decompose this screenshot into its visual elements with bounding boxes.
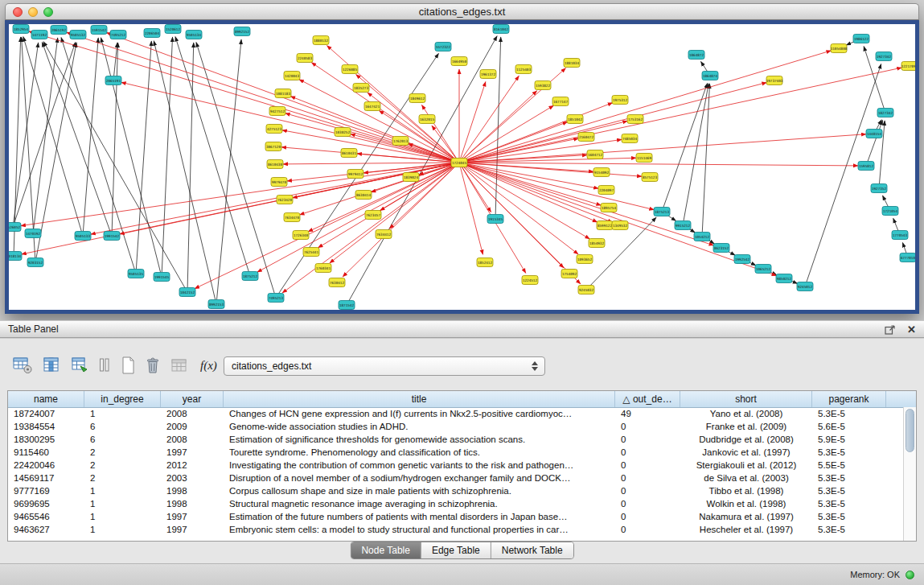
graph-node-label: 9245012 — [798, 285, 813, 289]
close-panel-icon[interactable]: ✕ — [907, 324, 916, 335]
graph-node-label: 9505134 — [187, 33, 202, 37]
graph-node-label: 7495213 — [269, 296, 284, 300]
table-panel-body: f(x) citations_edges.txt namein_degreeye… — [0, 339, 924, 563]
column-header-short[interactable]: short — [680, 391, 812, 407]
column-header-name[interactable]: name — [8, 391, 84, 407]
table-cell: Estimation of the future numbers of pati… — [224, 512, 615, 521]
graph-node-label: 1839024 — [404, 175, 419, 179]
table-cell: 0 — [615, 473, 680, 483]
graph-edge — [14, 37, 20, 251]
table-cell: Yano et al. (2008) — [680, 409, 812, 418]
tab-edge-table[interactable]: Edge Table — [421, 542, 491, 558]
new-column-icon[interactable] — [119, 355, 137, 376]
table-row[interactable]: 1830029562008Estimation of significance … — [8, 433, 904, 446]
table-cell: Dudbridge et al. (2008) — [680, 435, 812, 444]
graph-node-label: 1770543 — [893, 233, 908, 237]
column-header-filler — [886, 391, 916, 407]
table-cell: Structural magnetic resonance image aver… — [224, 499, 615, 509]
network-graph[interactable]: 1724045188013222405831420043108118394275… — [9, 24, 915, 310]
table-vertical-scrollbar[interactable] — [903, 407, 916, 541]
table-cell: 2 — [84, 447, 161, 457]
table-row[interactable]: 1456911722003Disruption of a novel membe… — [8, 472, 904, 484]
graph-node-label: 1760341 — [316, 266, 331, 270]
table-cell: 2012 — [161, 460, 224, 470]
function-builder-icon[interactable]: f(x) — [197, 355, 221, 376]
table-panel: Table Panel ✕ f(x) citations_edges.txt n… — [0, 320, 924, 563]
table-cell: 2009 — [161, 422, 224, 431]
column-header-in_degree[interactable]: in_degree — [84, 391, 161, 407]
row-height-icon[interactable] — [97, 355, 112, 376]
table-header-row: namein_degreeyeartitle△ out_de…shortpage… — [8, 391, 916, 408]
graph-node-label: 1871542 — [339, 303, 355, 307]
table-cell: 1997 — [161, 512, 224, 521]
table-source-dropdown[interactable]: citations_edges.txt — [224, 356, 545, 376]
edit-table-icon[interactable] — [69, 355, 90, 376]
graph-node-label: 6777010 — [901, 256, 915, 260]
table-cell: 1 — [84, 499, 161, 509]
import-table-icon[interactable] — [169, 355, 190, 376]
table-row[interactable]: 911546021997Tourette syndrome. Phenomeno… — [8, 446, 904, 459]
column-header-year[interactable]: year — [161, 391, 224, 407]
column-header-pagerank[interactable]: pagerank — [812, 391, 886, 407]
node-table: namein_degreeyeartitle△ out_de…shortpage… — [7, 390, 917, 542]
table-row[interactable]: 2242004622012Investigating the contribut… — [8, 459, 904, 472]
graph-node-label: 11054808 — [831, 47, 848, 51]
network-canvas[interactable]: 1724045188013222405831420043108118394275… — [9, 24, 915, 310]
graph-node-label: 1604712 — [588, 153, 603, 157]
graph-node-label: 1852412 — [478, 261, 493, 265]
desktop: citations_edges.txt 172404518801322240 — [0, 0, 924, 585]
graph-node-label: 1827342 — [878, 111, 893, 115]
zoom-window-button[interactable] — [43, 7, 53, 17]
float-panel-icon[interactable] — [885, 324, 896, 335]
graph-node-label: 2204097 — [599, 188, 614, 192]
table-row[interactable]: 969969511998Structural magnetic resonanc… — [8, 497, 904, 510]
graph-node-label: 1880132 — [314, 39, 329, 43]
citation-nodes: 1724045188013222405831420043108118394275… — [9, 25, 915, 310]
table-cell: Genome-wide association studies in ADHD. — [224, 422, 615, 431]
window-titlebar[interactable]: citations_edges.txt — [5, 3, 919, 20]
delete-column-icon[interactable] — [144, 355, 162, 376]
table-row[interactable]: 946554611997Estimation of the future num… — [8, 510, 904, 523]
graph-node-label: 1018134 — [9, 254, 21, 258]
graph-node-label: 9154092 — [594, 171, 610, 175]
graph-node-label: 8992152 — [235, 30, 250, 34]
graph-edge — [882, 196, 888, 207]
graph-edge — [807, 64, 881, 282]
table-row[interactable]: 1872400712008Changes of HCN gene express… — [8, 407, 904, 420]
tab-network-table[interactable]: Network Table — [491, 542, 573, 558]
table-settings-icon[interactable] — [11, 355, 34, 376]
tab-node-table[interactable]: Node Table — [351, 542, 421, 558]
graph-node-label: 8623152 — [714, 246, 729, 250]
close-window-button[interactable] — [13, 7, 23, 17]
table-cell: 19384554 — [8, 422, 84, 431]
table-cell: de Silva et al. (2003) — [680, 473, 812, 483]
table-cell: 6 — [84, 435, 161, 444]
graph-node-label: 1854932 — [589, 241, 605, 245]
table-cell: 9115460 — [8, 447, 84, 457]
graph-node-label: 7634470 — [285, 216, 300, 220]
column-header-title[interactable]: title — [224, 391, 615, 407]
graph-edge — [112, 43, 117, 231]
scrollbar-thumb[interactable] — [906, 409, 914, 452]
graph-edge — [464, 163, 654, 209]
graph-node-label: 1471192 — [32, 33, 47, 37]
table-row[interactable]: 977716911998Corpus callosum shape and si… — [8, 484, 904, 497]
table-cell: 5.6E-5 — [812, 422, 886, 431]
graph-edge — [23, 37, 81, 232]
show-columns-icon[interactable] — [41, 355, 62, 376]
graph-node-label: 1875213 — [655, 210, 670, 214]
graph-node-label: 7625441 — [304, 250, 319, 254]
table-panel-header[interactable]: Table Panel ✕ — [0, 320, 924, 338]
table-cell: Tibbo et al. (1998) — [680, 486, 812, 496]
table-cell: 1 — [84, 486, 161, 496]
table-cell: Investigating the contribution of common… — [224, 460, 615, 470]
minimize-window-button[interactable] — [28, 7, 38, 17]
table-row[interactable]: 1938455462009Genome-wide association stu… — [8, 420, 904, 433]
graph-node-label: 8610431 — [342, 151, 357, 155]
column-header-out_de[interactable]: △ out_de… — [615, 391, 680, 407]
table-row[interactable]: 946362711997Embryonic stem cells: a mode… — [8, 523, 904, 536]
graph-node-label: 9979470 — [272, 180, 287, 184]
graph-node-label: 9505132 — [71, 33, 86, 37]
table-cell: 5.3E-5 — [812, 473, 886, 483]
graph-node-label: 1881034 — [565, 61, 580, 65]
